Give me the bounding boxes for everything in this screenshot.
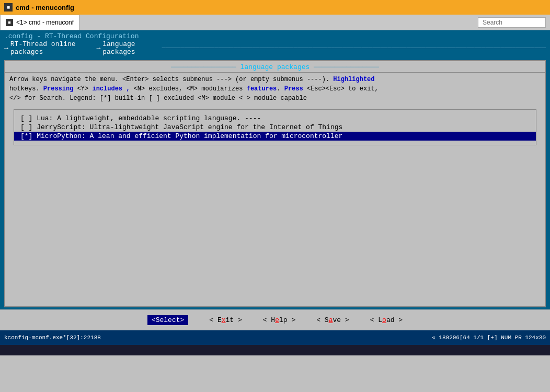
breadcrumb-line1: .config - RT-Thread Configuration [4,32,546,40]
content-spacer [5,149,545,306]
help-bracket-right: > [288,316,296,324]
load-button[interactable]: < Load > [370,316,403,324]
breadcrumb-line2: → RT-Thread online packages → language p… [4,40,546,56]
terminal: .config - RT-Thread Configuration → RT-T… [0,30,550,330]
list-item[interactable]: [ ] Lua: A lightweight, embeddable scrip… [14,114,536,123]
help-line3: </> for Search. Legend: [*] built-in [ ]… [9,94,541,103]
help-text-end: lp [279,316,288,324]
save-bracket-right: > [341,316,349,324]
pressing-text: Pressing [43,85,74,93]
load-hotkey: o [382,316,386,324]
tab-label: <1> cmd - menuconf [16,19,74,26]
load-label-l: L [378,316,382,324]
breadcrumb-bar: .config - RT-Thread Configuration → RT-T… [0,30,550,58]
exit-text-end: it [226,316,234,324]
select-button-label: <Select> [152,316,184,324]
exit-bracket-left: < [209,316,217,324]
help-label: H [271,316,275,324]
save-label-s: S [325,316,329,324]
help-text: Arrow keys navigate the menu. <Enter> se… [5,73,545,105]
highlighted-text: Highlighted [333,76,374,83]
breadcrumb-language-packages: language packages [102,40,159,56]
press-text: Press [284,85,303,93]
help-button[interactable]: < Help > [263,316,295,324]
status-right: « 180206[64 1/1 [+] NUM PR 124x30 [432,335,546,341]
tab-bar: ■ <1> cmd - menuconf [0,15,550,30]
save-bracket-left: < [316,316,325,324]
search-box-container [478,15,550,30]
includes-text: includes , [92,85,130,93]
exit-label: E [217,316,222,324]
load-bracket-left: < [370,316,379,324]
items-list: [ ] Lua: A lightweight, embeddable scrip… [14,109,536,145]
save-button[interactable]: < Save > [316,316,349,324]
exit-button[interactable]: < Exit > [209,316,242,324]
title-bar: ■ cmd - menuconfig [0,0,550,15]
tab-icon: ■ [6,19,13,26]
breadcrumb-online-packages: RT-Thread online packages [10,40,95,56]
search-input[interactable] [478,17,546,28]
breadcrumb-arrow2: → [96,44,100,52]
help-line2: hotkeys. Pressing <Y> includes , <N> exc… [9,84,541,94]
help-line1: Arrow keys navigate the menu. <Enter> se… [9,75,541,84]
content-title: ──────────────── language packages ─────… [5,61,545,73]
title-bar-text: cmd - menuconfig [16,4,74,11]
help-bracket-left: < [263,316,271,324]
status-bar: kconfig-mconf.exe*[32]:22188 « 180206[64… [0,330,550,345]
title-bar-icon: ■ [4,3,13,11]
button-bar: <Select> < Exit > < Help > < Save > < Lo… [0,309,550,330]
bottom-bar [0,345,550,355]
breadcrumb-separator: ────────────────────────────────────────… [162,44,546,52]
load-bracket-right: > [395,316,403,324]
save-text-end: ve [333,316,341,324]
list-item[interactable]: [ ] JerryScript: Ultra-lightweight JavaS… [14,123,536,132]
exit-hotkey: x [222,316,226,324]
tab-item[interactable]: ■ <1> cmd - menuconf [0,15,79,30]
exit-bracket-right: > [234,316,242,324]
load-text-end: ad [386,316,395,324]
select-button[interactable]: <Select> [147,315,188,325]
list-item-selected[interactable]: [*] MicroPython: A lean and efficient Py… [14,132,536,141]
breadcrumb-arrow1: → [4,44,8,52]
content-box: ──────────────── language packages ─────… [4,60,546,307]
help-hotkey: e [275,316,279,324]
status-left: kconfig-mconf.exe*[32]:22188 [4,335,101,341]
features-text: features [247,85,277,93]
